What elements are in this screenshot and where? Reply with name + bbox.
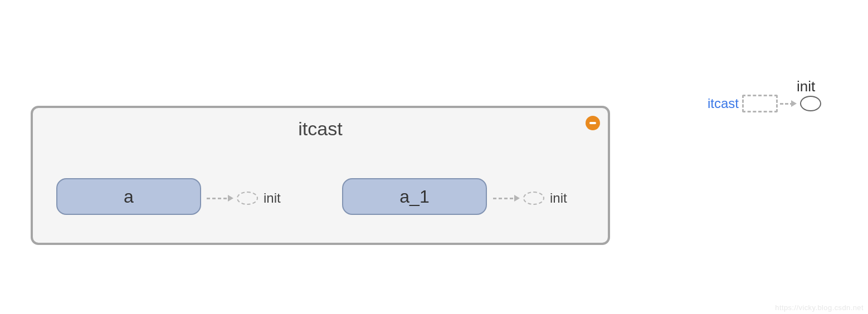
node-a1[interactable]: a_1 (342, 178, 487, 215)
namespace-box: itcast a init a_1 init (31, 106, 610, 245)
arrow-head-icon (514, 195, 520, 202)
edge-a1-to-init: init (493, 190, 567, 206)
arrow-line (493, 198, 513, 199)
edge-a-to-init: init (207, 190, 281, 206)
init-placeholder-icon (523, 192, 544, 205)
arrow-head-icon (228, 195, 233, 202)
node-a1-label: a_1 (399, 187, 429, 207)
mini-graph: itcast (708, 95, 821, 112)
node-a-label: a (124, 187, 134, 207)
mini-namespace-icon[interactable] (742, 95, 778, 112)
collapse-icon[interactable] (586, 116, 600, 130)
mini-init-node[interactable] (800, 96, 821, 111)
init-label-a1: init (550, 190, 567, 206)
init-placeholder-icon (237, 192, 258, 205)
arrow-head-icon (791, 100, 797, 107)
watermark: https://vicky.blog.csdn.net (775, 303, 864, 312)
namespace-title: itcast (33, 118, 608, 140)
arrow-line (207, 198, 227, 199)
mini-init-label: init (797, 78, 815, 95)
init-label-a: init (264, 190, 281, 206)
node-a[interactable]: a (56, 178, 201, 215)
mini-namespace-label[interactable]: itcast (708, 96, 739, 111)
